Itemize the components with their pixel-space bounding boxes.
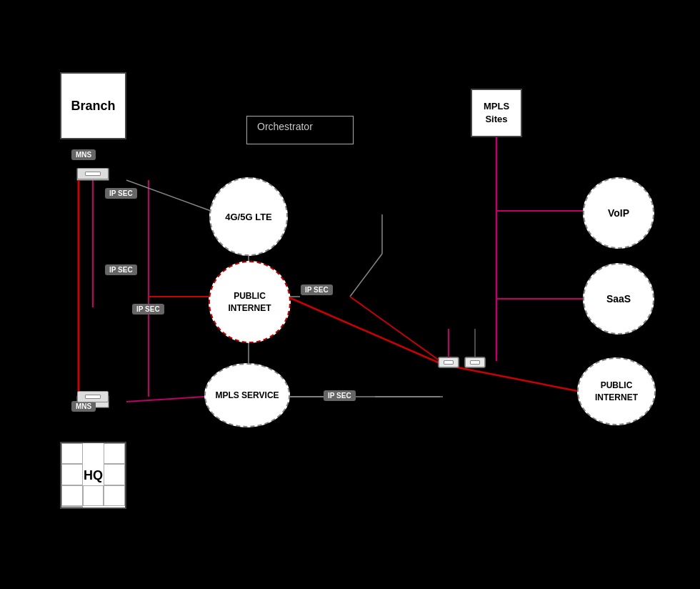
mpls-service-label: MPLS SERVICE [215,390,279,402]
voip-node: VoIP [583,177,654,249]
svg-line-10 [443,365,577,391]
mpls-service-node: MPLS SERVICE [204,363,290,427]
ipsec-badge-4: IP SEC [301,284,333,295]
svg-line-7 [126,180,211,211]
saas-node: SaaS [583,263,654,335]
ipsec-badge-3: IP SEC [132,304,164,315]
voip-label: VoIP [608,207,629,219]
mpls-sites-label: MPLSSites [484,100,509,126]
mns-badge-2: MNS [71,401,96,412]
orchestrator-label: Orchestrator [257,121,313,132]
connector-box-1 [439,357,459,367]
saas-label: SaaS [606,293,631,305]
svg-line-27 [350,297,440,361]
lte-label: 4G/5G LTE [225,212,272,222]
ipsec-badge-2: IP SEC [105,264,137,275]
mns-badge-1: MNS [71,149,96,160]
svg-line-24 [350,254,382,297]
branch-node: Branch [60,72,126,139]
branch-label: Branch [71,99,115,114]
diagram-canvas: Branch MNS IP SEC IP SEC IP SEC Orchestr… [0,0,700,589]
lte-node: 4G/5G LTE [209,177,288,256]
public-internet-2-node: PUBLICINTERNET [577,357,656,425]
connector-box-2 [465,357,485,367]
ipsec-badge-1: IP SEC [105,188,137,199]
ipsec-badge-5: IP SEC [324,390,356,401]
hq-node [60,442,126,509]
svg-line-18 [126,397,204,402]
public-internet-node: PUBLICINTERNET [209,261,291,343]
public-internet-2-label: PUBLICINTERNET [595,380,638,404]
mpls-sites-node: MPLSSites [471,89,522,137]
public-internet-label: PUBLICINTERNET [229,290,271,315]
orchestrator-node: Orchestrator [246,116,354,144]
